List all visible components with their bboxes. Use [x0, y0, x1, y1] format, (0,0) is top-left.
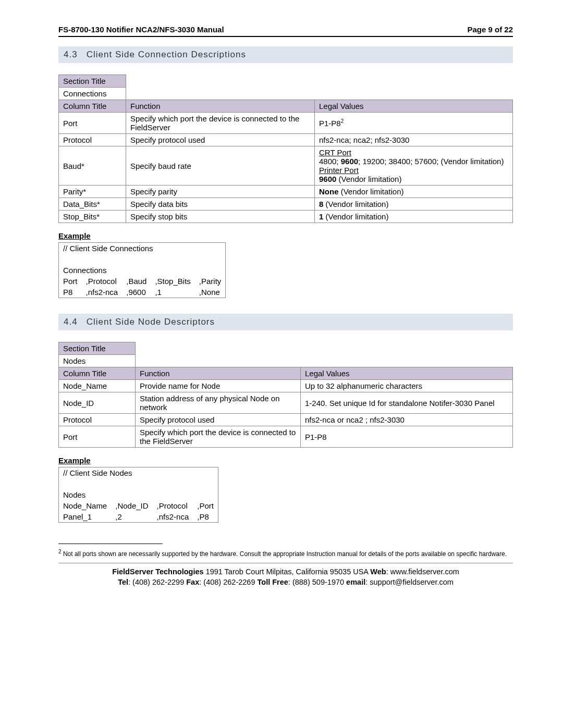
cell-column-title: Column Title: [59, 100, 126, 113]
cell-column-title: Column Title: [59, 367, 136, 380]
example-label-44: Example: [58, 456, 513, 465]
cell-label: Port: [59, 426, 136, 448]
cell-legal-values: Legal Values: [301, 367, 513, 380]
table-row: Section Title: [59, 342, 513, 355]
cell-legal: 1 (Vendor limitation): [315, 211, 513, 223]
code-cell: ,9600: [122, 287, 151, 298]
table-row: Data_Bits* Specify data bits 8 (Vendor l…: [59, 198, 513, 211]
cell-func: Specify parity: [126, 186, 315, 198]
code-cell: ,Protocol: [82, 276, 123, 287]
cell-func: Specify which port the device is connect…: [136, 426, 301, 448]
code-cell: ,1: [151, 287, 194, 298]
code-line: [59, 254, 226, 265]
code-cell: Panel_1: [59, 511, 112, 523]
connections-table: Section Title Connections Column Title F…: [58, 75, 513, 223]
section-4-3-num: 4.3: [64, 50, 83, 60]
example-44-code: // Client Side Nodes Nodes Node_Name ,No…: [58, 467, 218, 523]
cell-label: Node_ID: [59, 392, 136, 414]
cell-func: Specify data bits: [126, 198, 315, 211]
code-cell: ,nfs2-nca: [82, 287, 123, 298]
cell-section-title: Section Title: [59, 75, 126, 88]
code-cell: ,Protocol: [153, 500, 193, 511]
page-header: FS-8700-130 Notifier NCA2/NFS-3030 Manua…: [58, 25, 513, 36]
table-row: Connections: [59, 88, 513, 100]
section-4-4-title: Client Side Node Descriptors: [87, 317, 215, 327]
section-4-4-heading: 4.4 Client Side Node Descriptors: [58, 314, 513, 330]
code-line: Connections: [59, 265, 226, 276]
cell-label: Baud*: [59, 146, 126, 186]
code-cell: ,Baud: [122, 276, 151, 287]
code-line: // Client Side Nodes: [59, 467, 218, 479]
cell-label: Data_Bits*: [59, 198, 126, 211]
cell-func: Specify protocol used: [126, 134, 315, 146]
cell-legal: None (Vendor limitation): [315, 186, 513, 198]
header-rule: [58, 36, 513, 37]
cell-empty: [136, 342, 513, 355]
cell-func: Specify stop bits: [126, 211, 315, 223]
cell-label: Stop_Bits*: [59, 211, 126, 223]
table-row: Stop_Bits* Specify stop bits 1 (Vendor l…: [59, 211, 513, 223]
cell-func: Specify baud rate: [126, 146, 315, 186]
cell-legal: CRT Port 4800; 9600; 19200; 38400; 57600…: [315, 146, 513, 186]
cell-nodes: Nodes: [59, 355, 136, 367]
cell-legal: Up to 32 alphanumeric characters: [301, 380, 513, 392]
code-cell: P8: [59, 287, 82, 298]
cell-label: Node_Name: [59, 380, 136, 392]
cell-legal-values: Legal Values: [315, 100, 513, 113]
cell-legal: nfs2-nca or nca2 ; nfs2-3030: [301, 414, 513, 426]
code-line: Nodes: [59, 489, 218, 500]
cell-empty: [126, 88, 513, 100]
cell-legal: P1-P82: [315, 113, 513, 134]
table-row: Port Specify which port the device is co…: [59, 113, 513, 134]
page-number: Page 9 of 22: [467, 25, 513, 34]
table-row: Parity* Specify parity None (Vendor limi…: [59, 186, 513, 198]
example-label-43: Example: [58, 231, 513, 240]
table-row: Node_ID Station address of any physical …: [59, 392, 513, 414]
code-cell: Port: [59, 276, 82, 287]
cell-func: Specify protocol used: [136, 414, 301, 426]
table-row: Section Title: [59, 75, 513, 88]
cell-function: Function: [136, 367, 301, 380]
section-4-4-num: 4.4: [64, 317, 83, 327]
code-line: // Client Side Connections: [59, 243, 226, 254]
cell-label: Protocol: [59, 134, 126, 146]
cell-section-title: Section Title: [59, 342, 136, 355]
example-43-code: // Client Side Connections Connections P…: [58, 242, 226, 298]
table-row: Port Specify which port the device is co…: [59, 426, 513, 448]
cell-func: Provide name for Node: [136, 380, 301, 392]
table-row: Node_Name Provide name for Node Up to 32…: [59, 380, 513, 392]
code-cell: ,None: [195, 287, 226, 298]
cell-legal: 1-240. Set unique Id for standalone Noti…: [301, 392, 513, 414]
code-cell: ,nfs2-nca: [153, 511, 193, 523]
code-cell: Node_Name: [59, 500, 112, 511]
table-row: Column Title Function Legal Values: [59, 100, 513, 113]
table-row: Protocol Specify protocol used nfs2-nca;…: [59, 134, 513, 146]
section-4-3-heading: 4.3 Client Side Connection Descriptions: [58, 46, 513, 63]
code-cell: ,P8: [193, 511, 218, 523]
cell-label: Parity*: [59, 186, 126, 198]
code-cell: ,Stop_Bits: [151, 276, 194, 287]
cell-connections: Connections: [59, 88, 126, 100]
code-cell: ,Port: [193, 500, 218, 511]
cell-label: Port: [59, 113, 126, 134]
code-cell: ,Parity: [195, 276, 226, 287]
table-row: Column Title Function Legal Values: [59, 367, 513, 380]
cell-empty: [136, 355, 513, 367]
cell-function: Function: [126, 100, 315, 113]
cell-legal: nfs2-nca; nca2; nfs2-3030: [315, 134, 513, 146]
cell-legal: 8 (Vendor limitation): [315, 198, 513, 211]
nodes-table: Section Title Nodes Column Title Functio…: [58, 342, 513, 448]
code-cell: ,Node_ID: [111, 500, 152, 511]
footnote-2: 2 Not all ports shown are necessarily su…: [58, 548, 513, 559]
section-4-3-title: Client Side Connection Descriptions: [87, 50, 246, 59]
table-row: Baud* Specify baud rate CRT Port 4800; 9…: [59, 146, 513, 186]
cell-legal: P1-P8: [301, 426, 513, 448]
table-row: Protocol Specify protocol used nfs2-nca …: [59, 414, 513, 426]
cell-label: Protocol: [59, 414, 136, 426]
footnote-separator: [58, 544, 163, 544]
cell-func: Station address of any physical Node on …: [136, 392, 301, 414]
code-cell: ,2: [111, 511, 152, 523]
doc-title: FS-8700-130 Notifier NCA2/NFS-3030 Manua…: [58, 25, 224, 34]
cell-empty: [126, 75, 513, 88]
code-line: [59, 478, 218, 489]
